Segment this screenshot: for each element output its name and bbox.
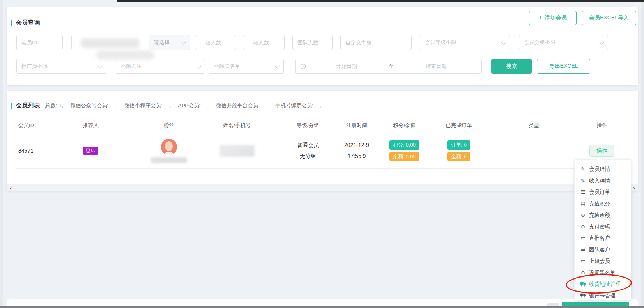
excel-import-button[interactable]: 会员EXCEL导入 — [582, 11, 636, 25]
follow-select[interactable]: 不限关注 — [116, 59, 205, 74]
menu-item-label: 会员详情 — [589, 163, 610, 175]
export-excel-button[interactable]: 导出EXCEL — [537, 59, 590, 74]
swap-icon: ⇄ — [580, 232, 586, 244]
custom-field-input[interactable] — [340, 35, 412, 50]
amount-badge: 金额: 0 — [447, 152, 470, 161]
menu-item-recharge-points[interactable]: ▤ 充值积分 — [575, 198, 631, 210]
truck-icon — [580, 282, 586, 287]
block-icon: ⊖ — [580, 267, 586, 279]
table-header: 会员ID 推荐人 粉丝 姓名/手机号 等级/分组 注册时间 积分/余额 已完成订… — [16, 118, 629, 133]
menu-item-label: 团队客户 — [589, 244, 610, 256]
cell-actions: 操作 — [575, 145, 629, 157]
menu-item-label: 设置黑名单 — [589, 267, 616, 279]
left-gutter — [0, 0, 3, 308]
stat-wechat-open: 微信开放平台会员: ---, — [216, 102, 268, 109]
follow-value: 不限关注 — [121, 63, 142, 70]
promoter-value: 推广员不限 — [21, 63, 48, 70]
cell-points-balance: 积分: 0.00 余额: 0.00 — [384, 140, 425, 161]
list-title-row: 会员列表 总数: 1, 微信公众号会员: ---, 微信小程序会员: ---, … — [11, 102, 322, 109]
stat-phone-bound: 手机号绑定会员: ---, — [275, 102, 322, 109]
excel-import-label: 会员EXCEL导入 — [589, 14, 629, 21]
horizontal-scrollbar[interactable]: ‹ › — [7, 184, 638, 191]
stat-total: 总数: 1, — [45, 102, 63, 109]
edit-icon: ✎ — [580, 175, 586, 187]
avatar-torso — [164, 152, 174, 155]
search-type-value: 请选择 — [154, 39, 170, 46]
swap-icon: ⇄ — [580, 244, 586, 256]
redacted-value — [81, 38, 139, 48]
banknote-icon: ⊙ — [580, 209, 586, 221]
col-points-balance: 积分/余额 — [384, 122, 425, 129]
member-query-panel: 会员查询 + 添加会员 会员EXCEL导入 请选择 会员等级不限 会员分组不限 — [7, 7, 638, 85]
orders-badge: 订单: 0 — [447, 140, 470, 150]
menu-item-upline-member[interactable]: ⇄ 上级会员 — [575, 255, 631, 267]
menu-item-team-customers[interactable]: ⇄ 团队客户 — [575, 244, 631, 256]
col-actions: 操作 — [575, 122, 629, 129]
member-group-select[interactable]: 会员分组不限 — [519, 35, 608, 50]
date-range-picker[interactable]: 开始日期 至 结束日期 — [295, 59, 482, 74]
scroll-right-icon[interactable]: › — [633, 184, 635, 191]
reg-date: 2021-12-9 — [344, 140, 369, 150]
search-button[interactable]: 搜索 — [491, 59, 532, 74]
edit-icon: ✎ — [580, 163, 586, 175]
plus-icon: + — [539, 15, 542, 21]
chevron-down-icon — [196, 64, 201, 68]
member-level-value: 会员等级不限 — [425, 39, 456, 46]
list-title: 会员列表 — [16, 102, 40, 109]
scroll-left-icon[interactable]: ‹ — [10, 184, 12, 191]
member-group: 无分组 — [300, 151, 316, 161]
member-level-select[interactable]: 会员等级不限 — [420, 35, 510, 50]
col-referrer: 推荐人 — [76, 122, 150, 129]
col-type: 类型 — [493, 122, 575, 129]
clock-icon — [300, 64, 306, 69]
row-action-button[interactable]: 操作 — [589, 145, 614, 157]
level2-count-input[interactable] — [243, 35, 285, 50]
menu-item-recharge-balance[interactable]: ⊙ 充值余额 — [575, 209, 631, 221]
add-member-button[interactable]: + 添加会员 — [529, 11, 577, 25]
search-type-select[interactable]: 请选择 — [149, 35, 190, 50]
menu-item-label: 支付密码 — [589, 221, 610, 233]
stat-wechat-mini: 微信小程序会员: ---, — [124, 102, 171, 109]
col-reg-time: 注册时间 — [329, 122, 384, 129]
team-count-input[interactable] — [292, 35, 333, 50]
points-badge: 积分: 0.00 — [389, 140, 419, 150]
referrer-badge: 总店 — [83, 147, 98, 155]
col-completed-orders: 已完成订单 — [425, 122, 493, 129]
promoter-select[interactable]: 推广员不限 — [16, 59, 106, 74]
cell-fans — [150, 139, 187, 163]
blacklist-select[interactable]: 不限黑名单 — [209, 59, 284, 74]
menu-item-bank-cards[interactable]: 银行卡管理 — [575, 290, 631, 302]
menu-item-label: 收入详情 — [589, 175, 610, 187]
balance-badge: 余额: 0.00 — [389, 152, 419, 161]
col-member-id: 会员ID — [16, 122, 76, 129]
col-fans: 粉丝 — [150, 122, 187, 129]
add-member-label: 添加会员 — [545, 14, 567, 21]
window-top-bar — [117, 0, 644, 2]
level1-count-input[interactable] — [195, 35, 236, 50]
title-accent-bar — [11, 20, 12, 26]
end-date-placeholder[interactable]: 结束日期 — [396, 63, 477, 70]
menu-item-shipping-address[interactable]: 收货地址管理 — [575, 278, 631, 290]
member-id-input[interactable] — [16, 35, 63, 50]
truck-icon — [580, 293, 586, 298]
redacted-search-input[interactable] — [71, 35, 149, 50]
menu-item-income-detail[interactable]: ✎ 收入详情 — [575, 175, 631, 187]
menu-item-direct-customers[interactable]: ⇄ 直推客户 — [575, 232, 631, 244]
col-name-phone: 姓名/手机号 — [187, 122, 287, 129]
banknote-icon: ⊙ — [580, 221, 586, 233]
menu-item-member-detail[interactable]: ✎ 会员详情 — [575, 163, 631, 175]
query-title: 会员查询 — [16, 19, 40, 27]
redacted-name — [220, 145, 255, 157]
query-title-row: 会员查询 — [11, 19, 40, 27]
avatar — [161, 139, 177, 155]
menu-item-set-blacklist[interactable]: ⊖ 设置黑名单 — [575, 267, 631, 279]
stat-wechat-official: 微信公众号会员: ---, — [70, 102, 117, 109]
start-date-placeholder[interactable]: 开始日期 — [306, 63, 387, 70]
date-range-separator: 至 — [387, 63, 396, 70]
title-accent-bar — [11, 103, 12, 109]
member-list-panel: 会员列表 总数: 1, 微信公众号会员: ---, 微信小程序会员: ---, … — [7, 91, 638, 191]
card-icon: ▤ — [580, 198, 586, 210]
menu-item-pay-password[interactable]: ⊙ 支付密码 — [575, 221, 631, 233]
list-icon: ☰ — [580, 186, 586, 198]
menu-item-member-orders[interactable]: ☰ 会员订单 — [575, 186, 631, 198]
